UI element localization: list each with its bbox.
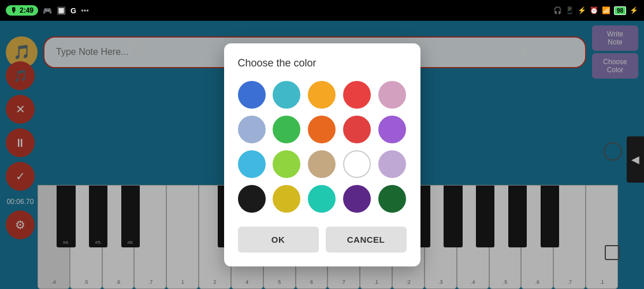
status-left: 🎙 2:49 🎮 🔲 G ••• bbox=[6, 5, 89, 16]
battery-indicator: 98 bbox=[614, 6, 626, 15]
color-grid bbox=[238, 81, 407, 213]
status-right: 🎧 📱 ⚡ ⏰ 📶 98 ⚡ bbox=[553, 6, 638, 15]
color-swatch-6[interactable] bbox=[273, 116, 300, 143]
ok-button[interactable]: OK bbox=[238, 227, 319, 253]
status-icon-game: 🎮 bbox=[43, 6, 52, 15]
color-swatch-16[interactable] bbox=[273, 185, 300, 213]
color-swatch-14[interactable] bbox=[378, 150, 406, 178]
status-icon-g: G bbox=[70, 6, 76, 15]
signal-icon: 📶 bbox=[602, 6, 611, 14]
screenshot-icon: 📱 bbox=[565, 6, 574, 14]
color-swatch-13[interactable] bbox=[343, 150, 371, 178]
color-swatch-2[interactable] bbox=[308, 81, 336, 109]
color-picker-modal: Choose the color OK CANCEL bbox=[224, 43, 420, 266]
color-swatch-15[interactable] bbox=[238, 185, 266, 213]
color-swatch-18[interactable] bbox=[343, 185, 371, 213]
headphone-icon: 🎧 bbox=[553, 6, 562, 14]
status-time: 2:49 bbox=[20, 6, 33, 14]
status-icon-sim: 🔲 bbox=[57, 6, 66, 15]
color-swatch-7[interactable] bbox=[308, 116, 336, 143]
bluetooth-icon: ⚡ bbox=[578, 6, 586, 14]
color-swatch-9[interactable] bbox=[378, 116, 406, 143]
color-swatch-4[interactable] bbox=[378, 81, 406, 109]
color-swatch-19[interactable] bbox=[378, 185, 406, 213]
color-swatch-0[interactable] bbox=[238, 81, 266, 109]
color-swatch-12[interactable] bbox=[308, 150, 336, 178]
modal-title: Choose the color bbox=[238, 57, 407, 69]
color-swatch-8[interactable] bbox=[343, 116, 371, 143]
charging-icon: ⚡ bbox=[630, 6, 638, 14]
app-content: 🎵 ♪ 🎵 ♪ 🎵 Write Note Choose Color 🎵 ✕ ⏸ bbox=[0, 21, 644, 289]
color-swatch-10[interactable] bbox=[238, 150, 266, 178]
status-dots: ••• bbox=[81, 6, 89, 15]
modal-overlay: Choose the color OK CANCEL bbox=[0, 21, 644, 289]
modal-buttons: OK CANCEL bbox=[238, 227, 407, 253]
color-swatch-11[interactable] bbox=[273, 150, 300, 178]
cancel-button[interactable]: CANCEL bbox=[326, 227, 407, 253]
app-background: 🎙 2:49 🎮 🔲 G ••• 🎧 📱 ⚡ ⏰ 📶 98 ⚡ 🎵 ♪ 🎵 ♪ bbox=[0, 0, 644, 289]
status-bar: 🎙 2:49 🎮 🔲 G ••• 🎧 📱 ⚡ ⏰ 📶 98 ⚡ bbox=[0, 0, 644, 21]
alarm-icon: ⏰ bbox=[590, 6, 598, 14]
color-swatch-17[interactable] bbox=[308, 185, 336, 213]
mic-icon: 🎙 bbox=[10, 6, 17, 14]
color-swatch-3[interactable] bbox=[343, 81, 371, 109]
color-swatch-5[interactable] bbox=[238, 116, 266, 143]
color-swatch-1[interactable] bbox=[273, 81, 300, 109]
mic-badge: 🎙 2:49 bbox=[6, 5, 38, 16]
